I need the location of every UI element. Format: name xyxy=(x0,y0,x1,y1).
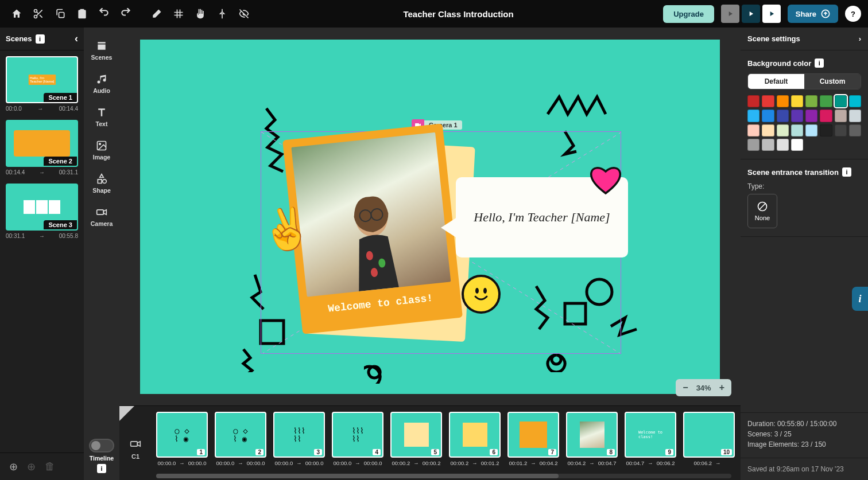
bg-custom-tab[interactable]: Custom xyxy=(804,74,861,89)
zoom-out-button[interactable]: − xyxy=(683,383,688,393)
svg-point-0 xyxy=(34,10,37,13)
zoom-in-button[interactable]: + xyxy=(719,383,724,393)
redo-icon[interactable] xyxy=(116,4,135,24)
color-swatch[interactable] xyxy=(791,139,803,151)
home-icon[interactable] xyxy=(7,4,26,24)
color-swatch[interactable] xyxy=(835,124,847,136)
color-swatch[interactable] xyxy=(747,110,760,122)
elements-stat: Image Elements: 23 / 150 xyxy=(747,440,861,448)
color-swatch[interactable] xyxy=(820,124,832,136)
timeline-frame[interactable]: ⌇⌇⌇⌇⌇400:00.0→00:00.0 xyxy=(332,412,383,466)
paste-icon[interactable] xyxy=(72,4,92,24)
preview-scene-button[interactable] xyxy=(742,5,760,23)
info-icon[interactable]: i xyxy=(97,464,106,473)
duplicate-scene-button[interactable]: ⊕ xyxy=(27,461,36,473)
color-swatch[interactable] xyxy=(849,110,861,122)
color-swatch[interactable] xyxy=(805,95,817,107)
visibility-off-icon[interactable] xyxy=(234,4,254,24)
timeline-scrollbar[interactable] xyxy=(156,474,731,478)
tools-panel: Scenes Audio Text Image Shape Camera Tim… xyxy=(84,28,119,480)
color-swatch[interactable] xyxy=(777,124,789,136)
color-swatch[interactable] xyxy=(762,124,774,136)
timeline-frame[interactable]: ○ ◇⌇ ◉100:00.0→00:00.0 xyxy=(156,412,208,466)
preview-record-button[interactable] xyxy=(721,5,739,23)
tool-camera[interactable]: Camera xyxy=(86,201,118,233)
color-swatch[interactable] xyxy=(820,110,832,122)
scenes-panel: Scenes i ‹ Hello, I'mTeacher [Name]Scene… xyxy=(0,28,84,480)
hand-icon[interactable] xyxy=(191,4,210,24)
color-swatch[interactable] xyxy=(747,124,760,136)
color-swatch[interactable] xyxy=(747,139,760,151)
top-toolbar: Teacher Class Introduction Upgrade Share… xyxy=(0,0,868,28)
timeline-corner-icon[interactable] xyxy=(119,406,134,421)
collapse-panel-icon[interactable]: ‹ xyxy=(75,33,78,45)
panel-title: Scene settings xyxy=(747,34,800,43)
pin-icon[interactable] xyxy=(212,4,232,24)
color-swatch[interactable] xyxy=(791,110,803,122)
timeline-frame[interactable]: 500:00.2→00:00.2 xyxy=(390,412,442,466)
color-swatch[interactable] xyxy=(762,95,774,107)
undo-icon[interactable] xyxy=(94,4,114,24)
svg-rect-6 xyxy=(97,210,104,214)
preview-play-button[interactable] xyxy=(762,5,781,23)
duration-stat: Duration: 00:55:80 / 15:00:00 xyxy=(747,420,861,428)
delete-scene-button[interactable]: 🗑 xyxy=(45,461,55,473)
scene-thumb-1[interactable]: Hello, I'mTeacher [Name]Scene 1 00:0.0→0… xyxy=(6,56,78,112)
bg-default-tab[interactable]: Default xyxy=(748,74,804,89)
color-swatch[interactable] xyxy=(820,95,832,107)
heart-sticker[interactable] xyxy=(589,166,622,202)
zoom-control: − 34% + xyxy=(676,379,731,396)
timeline-frame[interactable]: ⌇⌇⌇⌇⌇300:00.0→00:00.0 xyxy=(273,412,325,466)
canvas-area: Camera 1 Welcome to class! Hello, I'm Te… xyxy=(119,28,741,480)
info-side-tab[interactable]: i xyxy=(852,287,868,311)
timeline-frame[interactable]: 1000:06.2→ xyxy=(683,412,735,466)
timeline-frame[interactable]: 600:00.2→00:01.2 xyxy=(449,412,501,466)
add-scene-button[interactable]: ⊕ xyxy=(9,461,18,473)
timeline-frame[interactable]: 700:01.2→00:04.2 xyxy=(507,412,559,466)
svg-rect-2 xyxy=(59,13,64,18)
info-icon[interactable]: i xyxy=(815,58,824,68)
canvas[interactable]: Camera 1 Welcome to class! Hello, I'm Te… xyxy=(140,40,720,394)
svg-point-5 xyxy=(99,143,101,145)
copy-icon[interactable] xyxy=(51,4,70,24)
eraser-icon[interactable] xyxy=(147,4,166,24)
help-button[interactable]: ? xyxy=(845,6,861,22)
color-swatch[interactable] xyxy=(747,95,760,107)
color-swatch[interactable] xyxy=(762,110,774,122)
color-swatch[interactable] xyxy=(762,139,774,151)
cut-icon[interactable] xyxy=(29,4,48,24)
tool-text[interactable]: Text xyxy=(86,101,118,133)
color-swatch[interactable] xyxy=(849,95,861,107)
info-icon[interactable]: i xyxy=(36,34,45,44)
timeline-frame[interactable]: ○ ◇⌇ ◉200:00.0→00:00.0 xyxy=(215,412,266,466)
saved-status: Saved at 9:26am on 17 Nov '23 xyxy=(741,458,868,480)
scene-thumb-2[interactable]: Scene 2 00:14.4→00:31.1 xyxy=(6,120,78,175)
chevron-right-icon[interactable]: › xyxy=(859,34,861,43)
tool-scenes[interactable]: Scenes xyxy=(86,34,118,67)
tool-shape[interactable]: Shape xyxy=(86,167,118,200)
transition-none[interactable]: None xyxy=(747,194,777,228)
timeline-frame[interactable]: Welcome toclass!900:04.7→00:06.2 xyxy=(625,412,676,466)
color-swatch[interactable] xyxy=(791,95,803,107)
color-swatch[interactable] xyxy=(791,124,803,136)
smiley-sticker[interactable] xyxy=(462,275,501,314)
color-swatch[interactable] xyxy=(835,110,847,122)
polaroid-element[interactable]: Welcome to class! xyxy=(292,131,470,349)
grid-icon[interactable] xyxy=(169,4,188,24)
tool-image[interactable]: Image xyxy=(86,134,118,166)
upgrade-button[interactable]: Upgrade xyxy=(663,5,714,23)
color-swatch[interactable] xyxy=(805,110,817,122)
color-swatch[interactable] xyxy=(777,110,789,122)
color-swatch[interactable] xyxy=(777,139,789,151)
project-title: Teacher Class Introduction xyxy=(256,9,661,19)
tool-audio[interactable]: Audio xyxy=(86,68,118,100)
scene-thumb-3[interactable]: Scene 3 00:31.1→00:55.8 xyxy=(6,184,78,239)
color-swatch[interactable] xyxy=(805,124,817,136)
color-swatch[interactable] xyxy=(835,95,847,107)
share-button[interactable]: Share xyxy=(788,5,838,23)
info-icon[interactable]: i xyxy=(842,167,851,177)
timeline-toggle[interactable]: Timeline i xyxy=(86,439,118,473)
color-swatch[interactable] xyxy=(849,124,861,136)
color-swatch[interactable] xyxy=(777,95,789,107)
timeline-frame[interactable]: 800:04.2→00:04.7 xyxy=(566,412,618,466)
